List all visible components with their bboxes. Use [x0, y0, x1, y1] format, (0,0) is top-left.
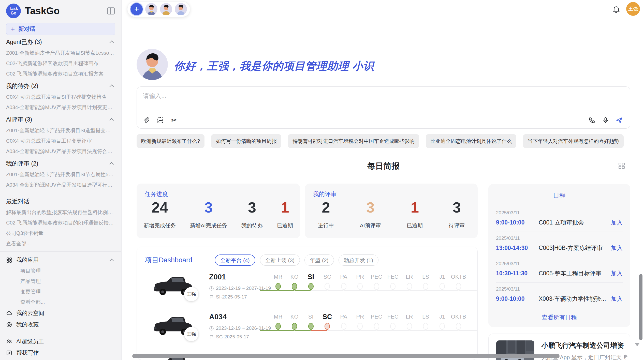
- milestone-dot: [341, 283, 346, 290]
- join-link[interactable]: 加入: [611, 269, 623, 277]
- divider: [0, 251, 121, 252]
- entry-title: C005-整车工程目标评审: [539, 269, 611, 277]
- project-code: Z001: [209, 273, 226, 281]
- phone-icon[interactable]: [588, 117, 595, 124]
- milestone-dot: [325, 323, 330, 330]
- filter-pill[interactable]: 全新平台 (4): [215, 254, 255, 266]
- sidebar-item-help-me-write[interactable]: 帮我写作: [6, 347, 115, 358]
- stat-item: 3我的待办: [241, 199, 263, 229]
- image-icon[interactable]: [157, 117, 164, 124]
- suggestion-chip[interactable]: 如何写一份清晰的项目周报: [211, 134, 281, 148]
- news-title: 小鹏飞行汽车制造公司增资: [541, 341, 624, 350]
- new-chat-button[interactable]: + 新对话: [6, 23, 115, 35]
- sidebar-collapse-icon[interactable]: [107, 7, 115, 15]
- sidebar-item[interactable]: C02-飞腾新能源轻客改款项目里程碑画布: [6, 58, 115, 69]
- milestone-label: KO: [286, 312, 303, 321]
- suggestion-chip[interactable]: 欧洲新规最近颁布了什么?: [137, 134, 204, 148]
- horizontal-scrollbar-thumb[interactable]: [132, 354, 560, 358]
- suggestion-chip[interactable]: 比亚迪全固态电池计划具体说了什么: [426, 134, 516, 148]
- sidebar-section-header[interactable]: 我的待办 (2): [6, 80, 115, 92]
- entry-row: 10:30-11:30C005-整车工程目标评审加入: [496, 269, 623, 277]
- stat-item: 3AI预评审: [360, 199, 381, 229]
- recent-chat-item[interactable]: 公司Q3轻卡销量: [6, 228, 115, 238]
- stat-item: 3待评审: [449, 199, 465, 229]
- suggestion-chip[interactable]: 当下年轻人对汽车外观有怎样的喜好趋势: [523, 134, 624, 148]
- paperclip-icon[interactable]: [143, 117, 150, 124]
- sidebar-section-header[interactable]: Agent已办 (3): [6, 36, 115, 48]
- recent-chat-item[interactable]: C02-飞腾新能源轻客改款项目的闭环通告反馈情况: [6, 218, 115, 228]
- sidebar-item-favorites[interactable]: 我的收藏: [6, 319, 115, 330]
- recent-chat-item[interactable]: 解释最新出台的欧盟报废车法规再生塑料比例被调至15%...: [6, 207, 115, 218]
- app-child-item[interactable]: 产品管理: [6, 276, 115, 287]
- sidebar-item[interactable]: C0X4-动力总成开发项目SI里程碑提交物检查: [6, 92, 115, 102]
- recent-chats-list: 解释最新出台的欧盟报废车法规再生塑料比例被调至15%...C02-飞腾新能源轻客…: [6, 207, 115, 249]
- send-icon[interactable]: [616, 117, 623, 124]
- stat-label: 已逾期: [407, 222, 423, 229]
- filter-pill[interactable]: 年型 (2): [304, 254, 334, 266]
- scroll-right-arrow-icon[interactable]: [625, 354, 628, 358]
- scroll-down-arrow-icon[interactable]: [635, 343, 639, 346]
- app-child-item[interactable]: 项目管理: [6, 266, 115, 276]
- entry-time: 10:30-11:30: [496, 270, 539, 277]
- project-code: A034: [209, 313, 227, 321]
- layout-toggle-icon[interactable]: [618, 162, 625, 169]
- milestone-connector: [260, 290, 278, 291]
- task-progress-card: 任务进度24新增完成任务3新增AI完成任务3我的待办1已逾期: [137, 184, 300, 238]
- view-all-apps-link[interactable]: 查看全部...: [6, 297, 115, 307]
- join-link[interactable]: 加入: [611, 244, 623, 252]
- milestone-connector: [409, 290, 426, 291]
- sidebar-item[interactable]: A034-全新新能源MUV产品开发项目法规符合性评审: [6, 146, 115, 157]
- join-link[interactable]: 加入: [611, 219, 623, 227]
- sidebar-item[interactable]: Z001-全新燃油轻卡产品开发项目SI造型提交物评审: [6, 125, 115, 136]
- filter-pill[interactable]: 全新上装 (3): [260, 254, 300, 266]
- entry-title: X003-车辆动力学性能验...: [539, 295, 611, 303]
- milestone-label: OKTB: [450, 312, 467, 321]
- sidebar-item[interactable]: A034-全新新能源MUV产品开发项目造型可行性评审: [6, 180, 115, 190]
- member-avatar[interactable]: [145, 3, 157, 15]
- dashboard-title: 项目Dashboard: [145, 256, 192, 265]
- flag-date-text: SC-2025-05-17: [216, 334, 249, 340]
- member-avatar[interactable]: [175, 3, 187, 15]
- entry-time: 9:00-10:00: [496, 219, 539, 226]
- sidebar-item[interactable]: C0X4-动力总成开发项目工程变更评审: [6, 136, 115, 146]
- notification-bell-icon[interactable]: [612, 6, 620, 13]
- my-apps-children: 项目管理产品管理变更管理查看全部...: [6, 266, 115, 307]
- sidebar-item[interactable]: A034-全新新能源MUV产品开发项目计划变更表编写: [6, 102, 115, 113]
- sidebar-item[interactable]: Z001-全新燃油皮卡产品开发项目SI节点Lesson Learn报告: [6, 48, 115, 58]
- add-agent-button[interactable]: +: [130, 3, 143, 15]
- vertical-scrollbar-thumb[interactable]: [639, 274, 642, 340]
- member-avatar[interactable]: [160, 3, 172, 15]
- sidebar-item-creative-drawing[interactable]: 创意制图: [6, 358, 115, 360]
- sidebar: Task Go TaskGo + 新对话 Agent已办 (3)Z001-全新燃…: [0, 0, 122, 360]
- join-link[interactable]: 加入: [611, 295, 623, 303]
- milestone-connector: [311, 330, 327, 331]
- sidebar-item[interactable]: C02-飞腾新能源轻客改款项目立项汇报方案: [6, 69, 115, 79]
- entry-title: C003|H0B-方案冻结评审: [539, 244, 611, 252]
- sidebar-section-header[interactable]: 我的评审 (2): [6, 158, 115, 169]
- scissors-icon[interactable]: ✂: [170, 117, 178, 124]
- daily-briefing-title: 每日简报: [137, 161, 630, 172]
- sidebar-item-cloud-space[interactable]: 我的云空间: [6, 307, 115, 319]
- entry-date: 2025/03/11: [496, 261, 623, 266]
- user-avatar[interactable]: 王强: [626, 2, 640, 16]
- project-owner-avatar: 王强: [184, 327, 198, 341]
- chat-input-box: ✂: [137, 86, 630, 129]
- mic-icon[interactable]: [602, 117, 609, 124]
- app-child-item[interactable]: 变更管理: [6, 287, 115, 297]
- sidebar-item-my-apps[interactable]: 我的应用: [6, 254, 115, 266]
- chat-input[interactable]: [143, 92, 524, 110]
- suggestion-chip[interactable]: 特朗普可能对进口汽车增税会对中国车企造成哪些影响: [288, 134, 419, 148]
- milestone-dot: [308, 323, 314, 330]
- milestone-track: MRKOSISCPAPRPECFECLRLSJ1OKTB: [260, 312, 477, 340]
- milestone-dot: [325, 283, 330, 290]
- view-all-schedule-link[interactable]: 查看所有日程: [488, 313, 630, 321]
- filter-pill[interactable]: 动总开发 (1): [339, 254, 379, 266]
- sidebar-item[interactable]: Z001-全新燃油轻卡产品开发项目SI节点属性5D文件评审: [6, 169, 115, 180]
- sidebar-item-ai-super-staff[interactable]: AI超级员工: [6, 336, 115, 347]
- view-all-chats-link[interactable]: 查看全部...: [6, 238, 115, 249]
- milestone-label: J1: [434, 272, 450, 281]
- milestone: SC: [319, 272, 336, 290]
- sidebar-section-header[interactable]: AI评审 (3): [6, 114, 115, 125]
- milestone-connector: [278, 330, 295, 331]
- milestone-label: PR: [352, 312, 369, 321]
